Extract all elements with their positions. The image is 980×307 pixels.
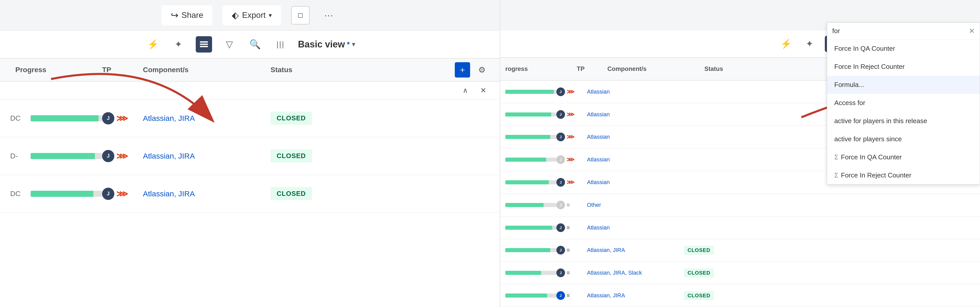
r-status-badge: CLOSED [684,291,714,300]
filter-button-left[interactable]: ▽ [221,36,238,52]
table-row: DC J ⋙ Atlassian, JIRA CLOSED [0,175,500,213]
r-jira-icon: J [556,291,565,300]
r-jira-icon: J [556,155,565,164]
r-icons-cell: J ⋙ [556,133,587,141]
dropdown-search-input[interactable] [832,27,969,35]
r-priority-icon: ⋙ [566,156,574,163]
row-prefix-1: DC [10,114,30,122]
basic-view-label-left[interactable]: Basic view* ▾ [298,39,355,50]
svg-rect-0 [200,41,208,43]
table-header-left: Progress TP Component/s Status ＋ ⚙ [0,59,500,82]
priority-icon-2: ⋙ [116,151,128,161]
item-label: Force In Reject Counter [841,171,912,179]
dropdown-item-force-reject[interactable]: Force In Reject Counter [827,58,980,76]
layers-button-left[interactable] [196,36,212,52]
r-component-cell[interactable]: Atlassian, JIRA, Slack [587,269,684,276]
item-label: Access for [834,99,865,107]
r-component-cell[interactable]: Atlassian [587,111,684,118]
bolt-icon-right: ⚡ [780,38,792,49]
r-progress-bar [505,158,556,161]
search-button-left[interactable]: 🔍 [247,36,263,52]
export-label: Export [242,11,266,20]
r-icons-cell: J ≡ [556,291,587,300]
col-actions: ＋ ⚙ [455,62,490,78]
dropdown-item-active-since[interactable]: active for players since [827,130,980,148]
r-priority-icon: ⋙ [566,179,574,186]
dropdown-item-sigma-qa[interactable]: Σ Force In QA Counter [827,148,980,166]
r-component-cell[interactable]: Other [587,202,684,208]
component-cell-2[interactable]: Atlassian, JIRA [143,152,270,160]
r-jira-icon: J [556,223,565,232]
share-icon: ↪ [171,10,178,21]
search-icon-left: 🔍 [249,39,261,50]
col-header-component: Component/s [143,66,270,74]
r-component-cell[interactable]: Atlassian, JIRA [587,292,684,299]
status-badge-1: CLOSED [270,112,312,125]
r-progress-bar [505,293,556,298]
r-component-cell[interactable]: Atlassian [587,225,684,231]
r-component-cell[interactable]: Atlassian [587,89,684,95]
export-button[interactable]: ⬖ Export ▾ [223,5,281,25]
r-jira-icon: J [556,110,565,119]
rcol-header-tp: TP [577,65,608,73]
more-options-button[interactable]: ··· [320,6,338,24]
dropdown-item-access-for[interactable]: Access for [827,94,980,112]
sort-up-button[interactable]: ∧ [459,84,472,97]
columns-button-left[interactable]: ||| [272,36,289,52]
r-icons-cell: J ≡ [556,269,587,277]
dropdown-close-button[interactable]: ✕ [969,27,975,35]
star-icon-right: ✦ [806,38,813,49]
progress-fill-3 [30,191,94,197]
bolt-button-right[interactable]: ⚡ [778,36,794,52]
r-priority-icon: ≡ [566,292,570,299]
star-button-right[interactable]: ✦ [801,36,818,52]
close-sort-button[interactable]: ✕ [477,84,490,97]
left-panel: ↪ Share ⬖ Export ▾ □ ··· ⚡ ✦ [0,0,500,307]
table-row: D- J ⋙ Atlassian, JIRA CLOSED [0,137,500,175]
r-jira-icon: J [556,178,565,187]
sigma-icon: Σ [834,153,838,161]
progress-bar-3 [30,191,102,197]
r-icons-cell: J ⋙ [556,155,587,164]
maximize-button[interactable]: □ [291,6,310,24]
rcol-header-progress: rogress [505,65,577,73]
r-component-cell[interactable]: Atlassian [587,156,684,163]
export-icon: ⬖ [232,10,239,21]
svg-rect-2 [200,46,208,47]
table-row: J ≡ Other [500,194,980,217]
item-label: Force In QA Counter [841,153,902,161]
row-prefix-2: D- [10,152,30,160]
add-column-button[interactable]: ＋ [455,62,470,78]
dropdown-item-force-qa[interactable]: Force In QA Counter [827,40,980,58]
component-cell-3[interactable]: Atlassian, JIRA [143,190,270,198]
export-chevron-icon: ▾ [269,12,272,19]
item-label: Force In Reject Counter [834,63,905,71]
sigma-icon: Σ [834,171,838,179]
r-component-cell[interactable]: Atlassian [587,134,684,140]
r-component-cell[interactable]: Atlassian, JIRA [587,247,684,253]
dropdown-item-active-release[interactable]: active for players in this release [827,112,980,130]
view-toolbar-left: ⚡ ✦ ▽ 🔍 ||| Basic view* ▾ [0,31,500,59]
r-status-badge: CLOSED [684,269,714,277]
column-search-dropdown: ✕ Force In QA Counter Force In Reject Co… [827,22,980,185]
star-button-left[interactable]: ✦ [170,36,186,52]
r-priority-icon: ≡ [566,225,570,231]
r-progress-bar [505,180,556,184]
r-progress-bar [505,112,556,117]
item-label: Formula... [834,81,864,89]
r-component-cell[interactable]: Atlassian [587,179,684,186]
filter-icon-left: ▽ [226,39,233,50]
dropdown-item-sigma-reject[interactable]: Σ Force In Reject Counter [827,166,980,184]
r-progress-bar [505,90,556,94]
r-icons-cell: J ≡ [556,201,587,209]
col-header-tp: TP [102,66,143,74]
component-cell-1[interactable]: Atlassian, JIRA [143,114,270,123]
table-row: DC J ⋙ Atlassian, JIRA CLOSED [0,100,500,137]
bolt-button-left[interactable]: ⚡ [145,36,161,52]
dropdown-item-formula[interactable]: Formula... [827,76,980,94]
settings-button[interactable]: ⚙ [474,62,490,78]
more-options-icon: ··· [325,10,334,21]
r-priority-icon: ⋙ [566,134,574,140]
table-row: J ≡ Atlassian [500,217,980,239]
share-button[interactable]: ↪ Share [162,5,212,25]
